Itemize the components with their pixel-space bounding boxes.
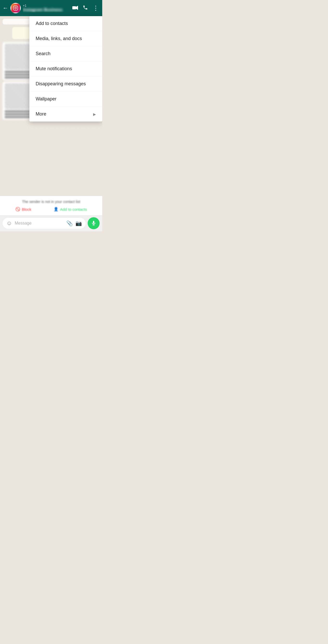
menu-item-media-links-docs[interactable]: Media, links, and docs	[29, 31, 102, 46]
menu-item-search[interactable]: Search	[29, 46, 102, 61]
menu-item-wallpaper[interactable]: Wallpaper	[29, 92, 102, 107]
back-button[interactable]: ←	[3, 5, 8, 11]
menu-item-add-to-contacts-label: Add to contacts	[36, 21, 68, 26]
chat-header: ← +1 Instagram Business ⋮	[0, 0, 102, 16]
dropdown-overlay[interactable]: Add to contacts Media, links, and docs S…	[0, 16, 102, 231]
contact-avatar-icon	[11, 4, 20, 12]
avatar[interactable]	[10, 3, 21, 13]
menu-item-wallpaper-label: Wallpaper	[36, 96, 56, 102]
svg-point-1	[15, 7, 17, 9]
menu-item-mute-notifications[interactable]: Mute notifications	[29, 61, 102, 76]
menu-item-more-label: More	[36, 111, 46, 117]
svg-rect-3	[72, 6, 76, 9]
dropdown-menu: Add to contacts Media, links, and docs S…	[29, 16, 102, 122]
svg-rect-0	[14, 6, 18, 10]
menu-item-search-label: Search	[36, 51, 50, 56]
contact-name: Instagram Business	[23, 8, 70, 12]
menu-item-more-arrow: ▶	[93, 112, 96, 116]
menu-item-disappearing-messages[interactable]: Disappearing messages	[29, 76, 102, 92]
contact-number: +1	[23, 4, 70, 8]
voice-call-button[interactable]	[83, 5, 88, 11]
menu-item-media-links-docs-label: Media, links, and docs	[36, 36, 82, 41]
menu-item-mute-notifications-label: Mute notifications	[36, 66, 72, 72]
svg-marker-4	[76, 6, 78, 10]
svg-point-2	[17, 7, 17, 7]
menu-item-disappearing-messages-label: Disappearing messages	[36, 81, 86, 87]
video-call-button[interactable]	[72, 5, 78, 11]
more-options-button[interactable]: ⋮	[93, 4, 99, 12]
menu-item-more[interactable]: More ▶	[29, 107, 102, 122]
header-actions: ⋮	[72, 4, 99, 12]
contact-info[interactable]: +1 Instagram Business	[23, 4, 70, 12]
menu-item-add-to-contacts[interactable]: Add to contacts	[29, 16, 102, 31]
